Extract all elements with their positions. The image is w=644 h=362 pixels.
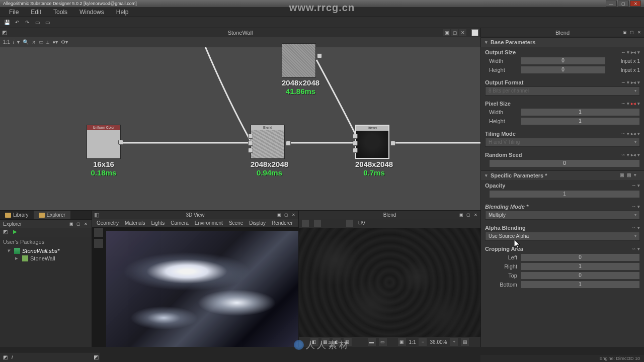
link-icon[interactable]: ∽ <box>632 246 636 251</box>
tree-item-package[interactable]: ▾ StoneWall.sbs* <box>3 247 89 254</box>
gamma-icon[interactable]: ◐ <box>333 338 341 346</box>
crop-top-slider[interactable]: 0 <box>520 272 640 280</box>
corner-icon[interactable]: ◩ <box>94 354 99 360</box>
panel-max-icon[interactable]: ▢ <box>465 212 471 218</box>
link-icon[interactable]: ⤭ <box>32 39 36 45</box>
levels-icon[interactable]: ◧ <box>310 338 318 346</box>
crop-left-slider[interactable]: 0 <box>520 253 640 261</box>
menu-icon[interactable]: ▾ <box>627 50 629 55</box>
reset-icon[interactable]: ▸◂ <box>631 152 636 157</box>
node-top[interactable]: 2048x2048 41.86ms <box>282 43 319 96</box>
rgb-icon[interactable] <box>314 220 321 227</box>
corner-icon[interactable]: ◩ <box>3 229 10 236</box>
graph-close-icon[interactable]: ✕ <box>459 29 466 36</box>
zoom-ratio[interactable]: 1:1 <box>409 339 416 345</box>
link-icon[interactable]: ∽ <box>621 152 625 157</box>
blending-mode-select[interactable]: Multiply▾ <box>485 211 640 220</box>
document-icon[interactable] <box>471 29 478 36</box>
gear-icon[interactable]: ⚙▾ <box>61 39 68 45</box>
menu-icon[interactable]: ▾ <box>627 101 629 106</box>
eyedropper-icon[interactable] <box>94 239 103 248</box>
panel-close-icon[interactable]: ✕ <box>83 221 89 227</box>
menu-tools[interactable]: Tools <box>47 9 73 16</box>
ruler-icon[interactable]: ▬ <box>368 338 376 346</box>
panel-pin-icon[interactable]: ▣ <box>276 212 282 218</box>
chevron-down-icon[interactable]: ▾ <box>637 225 640 230</box>
menu-icon[interactable]: ▾ <box>627 131 629 136</box>
panel-max-icon[interactable]: ▢ <box>629 30 635 36</box>
menu-edit[interactable]: Edit <box>25 9 47 16</box>
chevron-down-icon[interactable]: ▾ <box>637 204 640 209</box>
crop-right-slider[interactable]: 1 <box>520 262 640 270</box>
redo-icon[interactable]: ↷ <box>23 19 31 27</box>
view3d-menu-camera[interactable]: Camera <box>168 220 191 226</box>
blend-viewport[interactable] <box>299 228 480 337</box>
view3d-menu-display[interactable]: Display <box>247 220 268 226</box>
play-icon[interactable]: ▶ <box>13 229 20 236</box>
chevron-down-icon[interactable]: ▾ <box>17 39 20 45</box>
tab-explorer[interactable]: Explorer <box>34 211 70 219</box>
circle-icon[interactable]: ●▾ <box>52 39 58 45</box>
graph-canvas[interactable]: 2048x2048 41.86ms Uniform Color 16x16 0.… <box>0 47 480 210</box>
chevron-down-icon[interactable]: ▾ <box>637 152 640 157</box>
opacity-slider[interactable]: 1 <box>489 190 640 198</box>
reset-icon[interactable]: ▸◂ <box>631 80 636 85</box>
view3d-menu-environment[interactable]: Environment <box>192 220 225 226</box>
graph-pin-icon[interactable]: ▣ <box>443 29 450 36</box>
minimize-button[interactable]: — <box>606 1 617 7</box>
split-icon[interactable]: ▥ <box>344 338 352 346</box>
chevron-down-icon[interactable]: ▾ <box>637 80 640 85</box>
corner-icon[interactable]: ◩ <box>3 354 8 360</box>
rgba-icon[interactable] <box>302 220 309 227</box>
chevron-down-icon[interactable]: ▾ <box>637 50 640 55</box>
link-icon[interactable]: ∽ <box>621 80 625 85</box>
menu-windows[interactable]: Windows <box>73 9 110 16</box>
close-button[interactable]: ✕ <box>630 1 641 7</box>
undo-icon[interactable]: ↶ <box>13 19 21 27</box>
random-seed-input[interactable]: 0 <box>489 159 640 167</box>
output-width-input[interactable]: 0 <box>520 57 606 65</box>
menu-icon[interactable]: ▾ <box>634 172 640 178</box>
zoom-in-icon[interactable]: + <box>450 338 458 346</box>
view3d-viewport[interactable] <box>92 227 298 347</box>
uv-icon[interactable] <box>346 220 353 227</box>
zoom-out-icon[interactable]: − <box>419 338 427 346</box>
reset-icon[interactable]: ▸◂ <box>631 101 636 106</box>
panel-max-icon[interactable]: ▢ <box>283 212 289 218</box>
menu-file[interactable]: File <box>3 9 25 16</box>
chevron-down-icon[interactable]: ▾ <box>637 183 640 188</box>
reset-icon[interactable]: ▸◂ <box>631 50 636 55</box>
chevron-down-icon[interactable]: ▾ <box>637 131 640 136</box>
search-icon[interactable]: 🔍 <box>23 39 29 45</box>
zoom-fit-icon[interactable]: ▣ <box>398 338 406 346</box>
panel-pin-icon[interactable]: ▣ <box>458 212 464 218</box>
tab-library[interactable]: Library <box>0 211 34 219</box>
save-icon[interactable]: 💾 <box>3 19 11 27</box>
panel-max-icon[interactable]: ▢ <box>75 221 82 227</box>
view3d-menu-lights[interactable]: Lights <box>148 220 167 226</box>
panel-close-icon[interactable]: ✕ <box>472 212 478 218</box>
link-icon[interactable]: ∽ <box>621 50 625 55</box>
node-blend-2[interactable]: Blend 2048x2048 0.7ms <box>355 125 393 177</box>
zoom-percent[interactable]: 36.00% <box>430 339 447 345</box>
info-icon[interactable]: i <box>13 39 14 45</box>
panel-pin-icon[interactable]: ▣ <box>622 30 628 36</box>
output-format-select[interactable]: 8 Bits per channel▾ <box>485 86 640 96</box>
link-icon[interactable]: ∽ <box>632 225 636 230</box>
panel-pin-icon[interactable]: ▣ <box>68 221 74 227</box>
reset-icon[interactable]: ▸◂ <box>631 131 636 136</box>
folder-icon[interactable]: ▭ <box>33 19 41 27</box>
pixel-height-input[interactable]: 1 <box>520 117 640 125</box>
view3d-menu-materials[interactable]: Materials <box>122 220 148 226</box>
alpha-blending-select[interactable]: Use Source Alpha▾ <box>485 232 640 241</box>
tiling-mode-select[interactable]: H and V Tiling▾ <box>485 138 640 147</box>
menu-icon[interactable]: ▾ <box>627 152 629 157</box>
node-blend-1[interactable]: Blend 2048x2048 0.94ms <box>251 125 288 177</box>
checker-icon[interactable]: ▦ <box>321 338 330 346</box>
guide-icon[interactable]: ▭ <box>379 338 387 346</box>
panel-close-icon[interactable]: ✕ <box>636 30 642 36</box>
chevron-down-icon[interactable]: ▾ <box>637 246 640 251</box>
view3d-menu-geometry[interactable]: Geometry <box>94 220 121 226</box>
graph-max-icon[interactable]: ▢ <box>451 29 458 36</box>
copy-icon[interactable]: ▣ <box>620 172 626 178</box>
